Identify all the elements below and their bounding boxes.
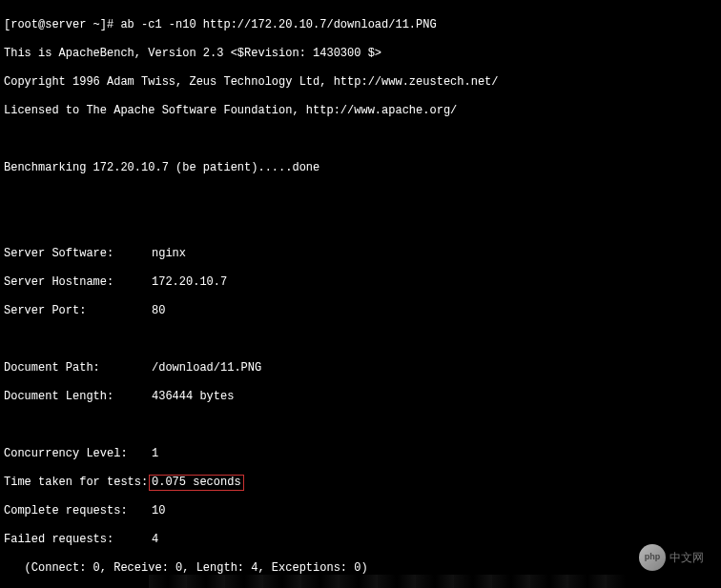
time-taken-highlight: 0.075 seconds	[149, 475, 244, 491]
censored-region	[149, 575, 626, 588]
terminal-output: [root@server ~]# ab -c1 -n10 http://172.…	[4, 4, 717, 588]
watermark-badge-icon: php	[639, 544, 666, 571]
watermark: php 中文网	[639, 544, 704, 571]
document-path-label: Document Path:	[4, 361, 152, 375]
server-hostname-label: Server Hostname:	[4, 275, 152, 290]
complete-requests-value: 10	[152, 504, 165, 517]
server-port-label: Server Port:	[4, 304, 152, 318]
benchmarking-status: Benchmarking 172.20.10.7 (be patient)...…	[4, 161, 717, 175]
time-taken-label: Time taken for tests:	[4, 476, 152, 490]
copyright-line: Copyright 1996 Adam Twiss, Zeus Technolo…	[4, 75, 717, 90]
failed-requests-label: Failed requests:	[4, 533, 152, 547]
watermark-text: 中文网	[670, 551, 704, 565]
shell-prompt: [root@server ~]#	[4, 18, 120, 31]
server-software-value: nginx	[152, 247, 186, 260]
failed-requests-value: 4	[152, 533, 158, 546]
license-line: Licensed to The Apache Software Foundati…	[4, 104, 717, 118]
time-taken-value: 0.075 seconds	[152, 476, 241, 489]
concurrency-value: 1	[152, 447, 158, 460]
server-hostname-value: 172.20.10.7	[152, 275, 227, 289]
failed-detail: (Connect: 0, Receive: 0, Length: 4, Exce…	[4, 561, 717, 576]
document-length-value: 436444 bytes	[152, 390, 234, 403]
concurrency-label: Concurrency Level:	[4, 447, 152, 461]
server-port-value: 80	[152, 304, 165, 317]
apache-bench-version: This is ApacheBench, Version 2.3 <$Revis…	[4, 47, 717, 61]
server-software-label: Server Software:	[4, 247, 152, 261]
document-length-label: Document Length:	[4, 390, 152, 404]
document-path-value: /download/11.PNG	[152, 361, 261, 375]
complete-requests-label: Complete requests:	[4, 504, 152, 518]
command-text: ab -c1 -n10 http://172.20.10.7/download/…	[120, 18, 436, 31]
